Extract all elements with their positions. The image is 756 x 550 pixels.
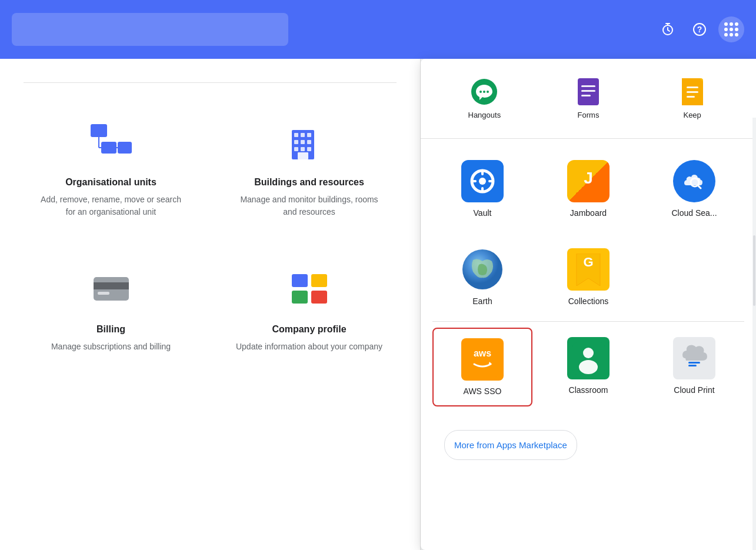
svg-line-49: [698, 185, 701, 188]
svg-text:aws: aws: [474, 348, 491, 358]
grid-icon: [724, 22, 738, 36]
billing-title: Billing: [96, 324, 125, 335]
scrollbar-thumb: [753, 235, 755, 306]
marketplace-button[interactable]: More from Apps Marketplace: [444, 430, 577, 460]
app-cloud-print[interactable]: Cloud Print: [644, 328, 744, 406]
app-classroom[interactable]: Classroom: [538, 328, 638, 406]
svg-rect-59: [688, 365, 697, 366]
org-units-desc: Add, remove, rename, move or search for …: [35, 194, 186, 218]
help-icon: ?: [692, 22, 707, 36]
svg-text:?: ?: [697, 25, 702, 34]
billing-desc: Manage subscriptions and billing: [51, 341, 171, 353]
app-forms[interactable]: Forms: [537, 71, 641, 126]
svg-rect-39: [687, 91, 698, 93]
app-collections[interactable]: G Collections: [538, 239, 638, 315]
svg-point-31: [483, 91, 485, 93]
svg-rect-24: [98, 292, 109, 295]
svg-rect-13: [301, 133, 305, 137]
cloud-search-label: Cloud Sea...: [671, 208, 717, 218]
app-aws-sso[interactable]: aws AWS SSO: [432, 328, 532, 406]
buildings-title: Buildings and resources: [254, 177, 364, 188]
buildings-desc: Manage and monitor buildings, rooms and …: [234, 194, 385, 218]
vault-icon: [461, 160, 504, 202]
svg-rect-25: [292, 274, 308, 287]
main-area: Organisational units Add, remove, rename…: [0, 59, 756, 550]
company-card[interactable]: Company profile Update information about…: [222, 254, 397, 365]
apps-grid-3: aws AWS SSO: [432, 328, 744, 406]
forms-icon: [574, 78, 602, 106]
svg-point-57: [579, 360, 598, 374]
jamboard-label: Jamboard: [570, 208, 607, 218]
timer-icon-button[interactable]: [655, 16, 681, 42]
svg-point-56: [583, 348, 594, 358]
header-search-area[interactable]: [12, 13, 288, 46]
app-keep[interactable]: Keep: [640, 71, 744, 126]
hangouts-icon: [470, 78, 498, 106]
aws-sso-icon: aws: [461, 338, 504, 381]
company-icon: [286, 265, 333, 312]
svg-rect-15: [294, 140, 298, 144]
app-hangouts[interactable]: Hangouts: [432, 71, 537, 126]
left-panel: Organisational units Add, remove, rename…: [0, 59, 421, 550]
svg-rect-52: [465, 342, 500, 377]
earth-label: Earth: [472, 296, 492, 306]
apps-grid-icon-button[interactable]: [718, 16, 744, 42]
collections-icon: G: [567, 248, 610, 291]
cards-grid: Organisational units Add, remove, rename…: [24, 106, 397, 365]
forms-label: Forms: [578, 111, 600, 119]
jamboard-icon: J: [567, 160, 610, 202]
svg-point-32: [487, 91, 489, 93]
svg-rect-3: [91, 124, 107, 137]
svg-rect-35: [581, 90, 595, 92]
org-units-icon: [88, 118, 135, 165]
svg-rect-19: [301, 147, 305, 151]
apps-grid-1: Vault J Jamboard: [432, 151, 744, 227]
org-units-card[interactable]: Organisational units Add, remove, rename…: [24, 106, 198, 230]
apps-grid-section-2: Earth G Collections: [421, 239, 756, 321]
company-title: Company profile: [272, 324, 346, 335]
app-vault[interactable]: Vault: [432, 151, 532, 227]
timer-icon: [661, 22, 675, 36]
classroom-label: Classroom: [569, 385, 608, 395]
app-jamboard[interactable]: J Jamboard: [538, 151, 638, 227]
svg-point-30: [479, 91, 482, 93]
buildings-icon: [286, 118, 333, 165]
header: ?: [0, 0, 756, 59]
apps-grid-section-3: aws AWS SSO: [421, 322, 756, 412]
svg-rect-12: [294, 133, 298, 137]
keep-label: Keep: [683, 111, 701, 119]
org-units-title: Organisational units: [65, 177, 156, 188]
svg-rect-16: [301, 140, 305, 144]
svg-text:G: G: [583, 255, 593, 269]
svg-rect-34: [581, 85, 595, 87]
help-icon-button[interactable]: ?: [687, 16, 712, 42]
svg-point-42: [479, 178, 486, 185]
app-earth[interactable]: Earth: [432, 239, 532, 315]
svg-rect-17: [307, 140, 311, 144]
app-cloud-search[interactable]: Cloud Sea...: [644, 151, 744, 227]
collections-label: Collections: [568, 296, 608, 306]
cloud-print-label: Cloud Print: [674, 385, 714, 395]
scrollbar[interactable]: [752, 118, 756, 550]
earth-icon: [461, 248, 504, 291]
svg-rect-28: [311, 291, 327, 304]
company-desc: Update information about your company: [236, 341, 382, 353]
apps-grid-section-1: Vault J Jamboard: [421, 139, 756, 239]
aws-sso-label: AWS SSO: [464, 386, 502, 396]
svg-rect-40: [687, 96, 695, 98]
hangouts-label: Hangouts: [468, 111, 501, 119]
billing-icon: [88, 265, 135, 312]
svg-rect-26: [311, 274, 327, 287]
svg-rect-20: [307, 147, 311, 151]
svg-rect-36: [581, 95, 591, 96]
apps-top-row: Hangouts Forms: [421, 71, 756, 139]
buildings-card[interactable]: Buildings and resources Manage and monit…: [222, 106, 397, 230]
svg-rect-27: [292, 291, 308, 304]
svg-rect-18: [294, 147, 298, 151]
apps-grid-2: Earth G Collections: [432, 239, 744, 315]
billing-card[interactable]: Billing Manage subscriptions and billing: [24, 254, 198, 365]
classroom-icon: [567, 337, 610, 379]
keep-icon: [678, 78, 707, 106]
svg-text:J: J: [584, 169, 593, 187]
cloud-search-icon: [673, 160, 715, 202]
